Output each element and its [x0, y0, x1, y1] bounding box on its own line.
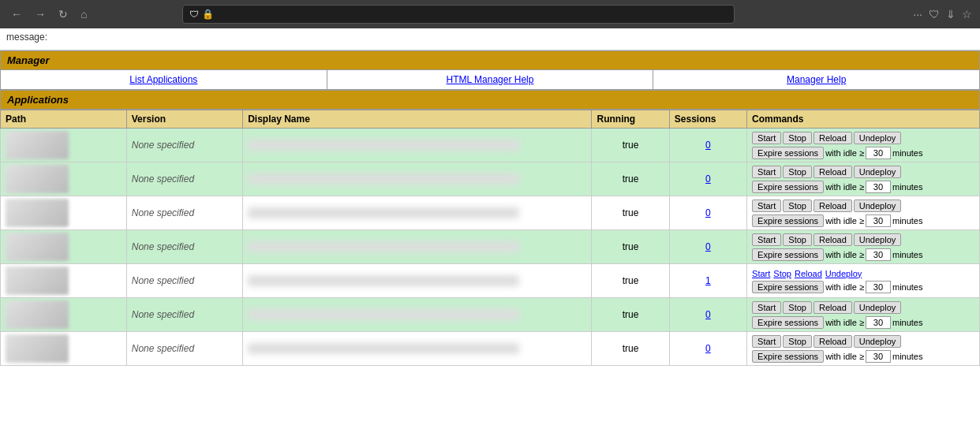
sessions-link[interactable]: 0: [705, 140, 711, 151]
sessions-link[interactable]: 0: [705, 343, 711, 354]
undeploy-button[interactable]: Undeploy: [854, 233, 901, 246]
expire-sessions-button[interactable]: Expire sessions: [752, 248, 824, 261]
expire-sessions-button[interactable]: Expire sessions: [752, 147, 824, 159]
displayname-cell: [243, 230, 592, 264]
version-cell: None specified: [126, 196, 242, 230]
undeploy-button[interactable]: Undeploy: [854, 199, 901, 212]
download-toolbar-icon[interactable]: ⇓: [946, 8, 956, 21]
reload-button[interactable]: Reload: [814, 233, 852, 246]
stop-link[interactable]: Stop: [773, 269, 791, 278]
manager-nav: List Applications HTML Manager Help Mana…: [0, 70, 980, 90]
reload-button[interactable]: Reload: [814, 132, 852, 144]
start-button[interactable]: Start: [752, 301, 781, 314]
commands-btn-row1: StartStopReloadUndeploy: [752, 199, 974, 212]
browser-chrome: ← → ↻ ⌂ 🛡 🔒 ··· 🛡 ⇓ ☆: [0, 0, 980, 28]
manager-help-link[interactable]: Manager Help: [653, 70, 979, 89]
idle-minutes-input[interactable]: [866, 316, 891, 329]
start-link[interactable]: Start: [752, 269, 770, 278]
start-button[interactable]: Start: [752, 335, 781, 348]
expire-sessions-button[interactable]: Expire sessions: [752, 214, 824, 227]
stop-button[interactable]: Stop: [783, 132, 812, 144]
home-button[interactable]: ⌂: [77, 6, 90, 22]
undeploy-button[interactable]: Undeploy: [854, 132, 901, 144]
version-cell: None specified: [126, 264, 242, 298]
version-value: None specified: [132, 309, 194, 320]
idle-minutes-input[interactable]: [866, 248, 891, 261]
commands-btn-row1: StartStopReloadUndeploy: [752, 301, 974, 314]
idle-minutes-input[interactable]: [866, 214, 891, 227]
expire-sessions-button[interactable]: Expire sessions: [752, 281, 824, 293]
start-button[interactable]: Start: [752, 132, 781, 144]
minutes-label: minutes: [892, 250, 923, 259]
sessions-link[interactable]: 0: [705, 309, 711, 320]
stop-button[interactable]: Stop: [783, 199, 812, 212]
displayname-cell: [243, 196, 592, 230]
stop-button[interactable]: Stop: [783, 233, 812, 246]
reload-button[interactable]: Reload: [814, 301, 852, 314]
sessions-cell: 0: [669, 162, 746, 196]
undeploy-button[interactable]: Undeploy: [854, 301, 901, 314]
refresh-button[interactable]: ↻: [55, 6, 71, 22]
bookmark-icon[interactable]: ☆: [962, 8, 972, 21]
col-header-sessions: Sessions: [669, 110, 746, 129]
expire-sessions-button[interactable]: Expire sessions: [752, 316, 824, 329]
message-text: message:: [6, 32, 47, 43]
commands-cell: StartStopReloadUndeployExpire sessions w…: [747, 230, 980, 264]
forward-button[interactable]: →: [32, 6, 49, 22]
reload-link[interactable]: Reload: [795, 269, 822, 278]
shield-icon: 🛡: [189, 9, 199, 20]
running-cell: true: [592, 230, 669, 264]
commands-expire-row: Expire sessions with idle ≥ minutes: [752, 316, 974, 329]
running-cell: true: [592, 162, 669, 196]
message-area: message:: [0, 28, 980, 50]
undeploy-link[interactable]: Undeploy: [825, 269, 862, 278]
address-bar[interactable]: 🛡 🔒: [182, 5, 735, 24]
with-idle-label: with idle ≥: [825, 352, 864, 361]
html-manager-help-link[interactable]: HTML Manager Help: [327, 70, 654, 89]
running-cell: true: [592, 196, 669, 230]
with-idle-label: with idle ≥: [825, 318, 864, 327]
version-cell: None specified: [126, 129, 242, 162]
with-idle-label: with idle ≥: [825, 182, 864, 192]
start-button[interactable]: Start: [752, 233, 781, 246]
table-row: None specifiedtrue0StartStopReloadUndepl…: [1, 162, 980, 196]
path-cell: [1, 264, 127, 298]
list-applications-link[interactable]: List Applications: [1, 70, 327, 89]
idle-minutes-input[interactable]: [866, 181, 891, 193]
commands-expire-row: Expire sessions with idle ≥ minutes: [752, 281, 974, 293]
stop-button[interactable]: Stop: [783, 301, 812, 314]
expire-sessions-button[interactable]: Expire sessions: [752, 181, 824, 193]
shield-toolbar-icon[interactable]: 🛡: [929, 8, 940, 21]
commands-expire-row: Expire sessions with idle ≥ minutes: [752, 248, 974, 261]
reload-button[interactable]: Reload: [814, 199, 852, 212]
reload-button[interactable]: Reload: [814, 335, 852, 348]
stop-button[interactable]: Stop: [783, 335, 812, 348]
sessions-link[interactable]: 1: [705, 275, 711, 286]
displayname-cell: [243, 162, 592, 196]
start-button[interactable]: Start: [752, 199, 781, 212]
menu-icon[interactable]: ···: [913, 8, 922, 21]
sessions-link[interactable]: 0: [705, 241, 711, 252]
lock-icon: 🔒: [202, 9, 214, 20]
reload-button[interactable]: Reload: [814, 166, 852, 178]
sessions-link[interactable]: 0: [705, 207, 711, 218]
idle-minutes-input[interactable]: [866, 350, 891, 363]
start-button[interactable]: Start: [752, 166, 781, 178]
browser-toolbar-icons: ··· 🛡 ⇓ ☆: [913, 8, 972, 21]
stop-button[interactable]: Stop: [783, 166, 812, 178]
undeploy-button[interactable]: Undeploy: [854, 335, 901, 348]
path-cell: [1, 196, 127, 230]
idle-minutes-input[interactable]: [866, 281, 891, 293]
displayname-cell: [243, 264, 592, 298]
table-row: None specifiedtrue1StartStopReloadUndepl…: [1, 264, 980, 298]
back-button[interactable]: ←: [8, 6, 25, 22]
sessions-link[interactable]: 0: [705, 173, 711, 185]
col-header-path: Path: [1, 110, 127, 129]
displayname-cell: [243, 129, 592, 162]
expire-sessions-button[interactable]: Expire sessions: [752, 350, 824, 363]
applications-header: Applications: [0, 90, 980, 110]
undeploy-button[interactable]: Undeploy: [854, 166, 901, 178]
with-idle-label: with idle ≥: [825, 148, 864, 158]
manager-title: Manager: [7, 54, 49, 66]
idle-minutes-input[interactable]: [866, 147, 891, 159]
